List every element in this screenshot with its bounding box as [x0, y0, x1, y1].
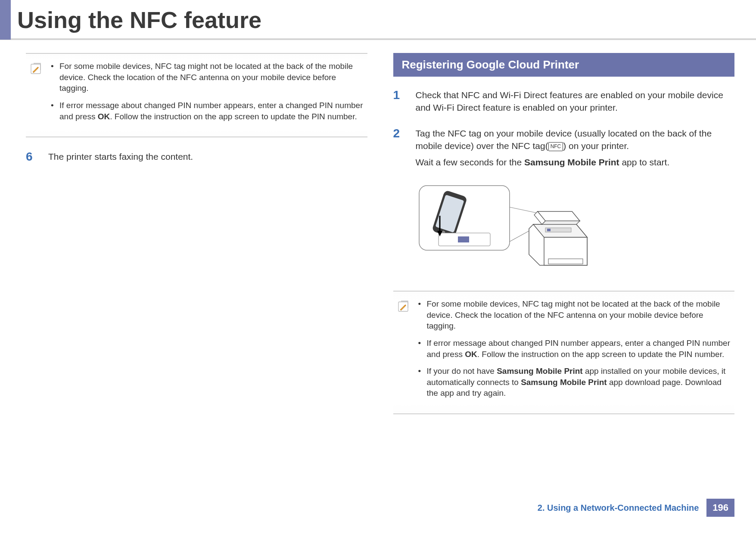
nfc-printer-illustration [415, 181, 735, 282]
svg-rect-6 [458, 236, 469, 242]
note-icon-wrap [397, 298, 412, 315]
note-item: For some mobile devices, NFC tag might n… [51, 61, 364, 94]
nfc-tag-icon: NFC [548, 142, 563, 151]
page-title: Using the NFC feature [0, 0, 756, 40]
content-columns: For some mobile devices, NFC tag might n… [0, 40, 756, 427]
step-text: The printer starts faxing the content. [48, 150, 193, 166]
note-item: If error message about changed PIN numbe… [51, 100, 364, 122]
title-accent-bar [0, 0, 11, 40]
note-box-right: For some mobile devices, NFC tag might n… [393, 291, 735, 414]
footer-chapter: 2. Using a Network-Connected Machine [538, 503, 699, 513]
section-heading: Registering Google Cloud Printer [393, 53, 735, 77]
svg-rect-11 [548, 259, 583, 264]
note-icon-wrap [29, 61, 45, 77]
svg-rect-12 [547, 229, 551, 231]
pencil-note-icon [397, 299, 411, 313]
step-2: 2 Tag the NFC tag on your mobile device … [393, 127, 735, 172]
step-text: Tag the NFC tag on your mobile device (u… [416, 127, 735, 172]
right-column: Registering Google Cloud Printer 1 Check… [393, 53, 735, 427]
note-body-left: For some mobile devices, NFC tag might n… [51, 61, 364, 128]
note-body-right: For some mobile devices, NFC tag might n… [418, 298, 731, 405]
step-number: 6 [26, 150, 38, 164]
step-6: 6 The printer starts faxing the content. [26, 150, 367, 166]
step-text: Check that NFC and Wi-Fi Direct features… [416, 89, 735, 118]
note-item: If your do not have Samsung Mobile Print… [418, 366, 731, 399]
note-item: For some mobile devices, NFC tag might n… [418, 298, 731, 332]
step-1: 1 Check that NFC and Wi-Fi Direct featur… [393, 89, 735, 118]
page-number: 196 [706, 499, 734, 517]
step-number: 1 [393, 89, 405, 102]
note-item: If error message about changed PIN numbe… [418, 338, 731, 360]
note-box-left: For some mobile devices, NFC tag might n… [26, 53, 367, 137]
pencil-note-icon [29, 62, 43, 75]
page-footer: 2. Using a Network-Connected Machine 196 [538, 499, 734, 517]
step-number: 2 [393, 127, 405, 140]
left-column: For some mobile devices, NFC tag might n… [26, 53, 367, 427]
